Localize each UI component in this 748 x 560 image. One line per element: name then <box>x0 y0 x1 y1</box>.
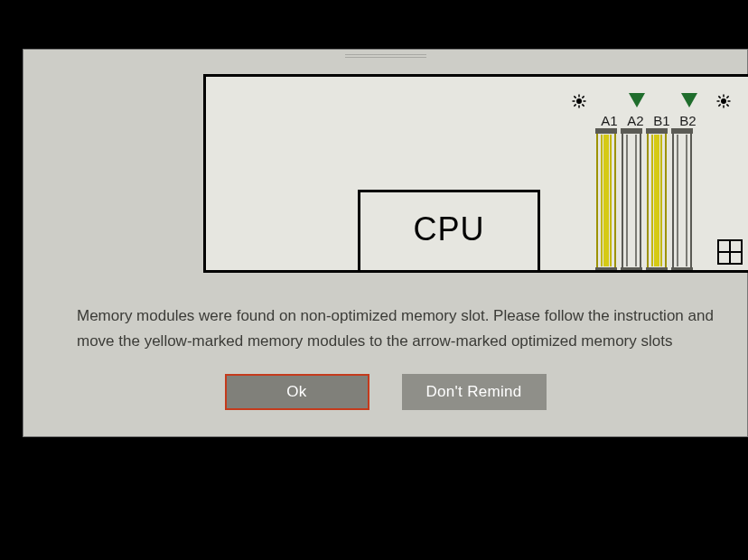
svg-line-14 <box>718 96 720 98</box>
dimm-slot-a1 <box>596 129 616 272</box>
slot-label: A2 <box>622 113 649 128</box>
motherboard-diagram: CPU A1 A2 <box>203 74 748 273</box>
svg-line-5 <box>574 96 575 98</box>
svg-line-6 <box>582 104 584 106</box>
svg-line-15 <box>726 104 728 106</box>
dimm-slot-b1 <box>647 129 667 272</box>
svg-line-17 <box>726 96 728 98</box>
brightness-icon <box>571 93 587 109</box>
arrow-row <box>596 93 701 111</box>
ok-button[interactable]: Ok <box>225 374 369 410</box>
cpu-box: CPU <box>358 190 540 273</box>
brightness-icon <box>715 93 732 109</box>
svg-point-9 <box>722 99 726 104</box>
warning-message: Memory modules were found on non-optimiz… <box>77 303 748 354</box>
cpu-label: CPU <box>413 210 484 248</box>
dimm-slot-b2 <box>672 129 692 272</box>
button-row: Ok Don't Remind <box>23 374 748 410</box>
svg-line-8 <box>582 96 584 98</box>
slot-labels: A1 A2 B1 B2 <box>596 113 701 128</box>
dimm-slot-a2 <box>622 129 641 272</box>
svg-line-7 <box>574 104 575 106</box>
arrow-down-icon <box>629 93 645 107</box>
dimm-slots <box>596 129 692 272</box>
slot-label: A1 <box>596 113 622 128</box>
slot-label: B1 <box>649 113 675 128</box>
dont-remind-button[interactable]: Don't Remind <box>402 374 547 410</box>
svg-line-16 <box>718 104 720 106</box>
slot-label: B2 <box>675 113 701 128</box>
arrow-down-icon <box>681 93 697 107</box>
grid-icon <box>717 239 743 265</box>
window-grip-icon <box>345 54 426 60</box>
svg-point-0 <box>577 99 582 104</box>
memory-warning-dialog: CPU A1 A2 <box>23 49 748 437</box>
